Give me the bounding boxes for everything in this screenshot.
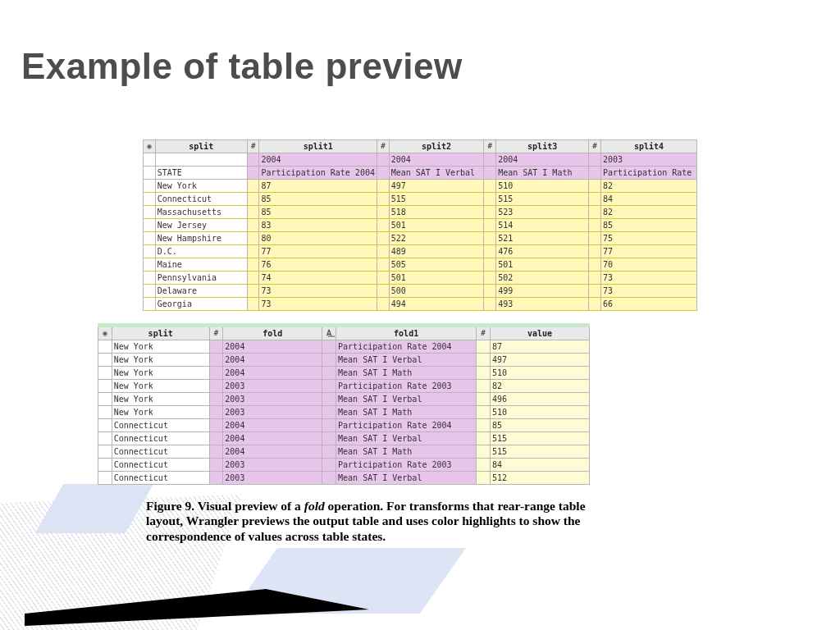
- cell: 518: [389, 206, 484, 219]
- caption-italic: fold: [304, 499, 325, 513]
- cell-split: New York: [112, 354, 209, 367]
- cell-fold1: Participation Rate 2004: [336, 419, 477, 432]
- cell-fold: 2004: [223, 419, 322, 432]
- cell-fold: 2003: [223, 459, 322, 472]
- cell: 501: [389, 219, 484, 232]
- cell: 510: [496, 180, 589, 193]
- cell: 75: [600, 232, 696, 245]
- cell: Mean SAT I Verbal: [389, 167, 484, 180]
- table-row: New York8749751082: [144, 180, 697, 193]
- table-row: New York2003Mean SAT I Math510: [98, 406, 590, 419]
- cell-fold1: Mean SAT I Math: [336, 445, 477, 459]
- cell-value: 496: [490, 393, 589, 406]
- cell: 77: [600, 245, 696, 258]
- cell-split: Massachusetts: [155, 206, 247, 219]
- cell-fold1: Mean SAT I Verbal: [336, 472, 477, 485]
- type-number-icon: #: [247, 140, 259, 153]
- cell-value: 515: [490, 445, 589, 459]
- col-header-split: split: [155, 140, 247, 153]
- table-before-fold: ◉split#split1#split2#split3#split4200420…: [143, 139, 697, 311]
- cell: 501: [496, 258, 589, 272]
- cell-split: Pennsylvania: [155, 272, 247, 285]
- table-row: Connecticut8551551584: [144, 193, 697, 206]
- cell-split: New York: [155, 180, 247, 193]
- cell-split: New York: [112, 393, 209, 406]
- cell: 499: [496, 285, 589, 298]
- cell-fold1: Mean SAT I Math: [336, 406, 477, 419]
- cell-value: 87: [490, 340, 589, 354]
- type-number-icon: #: [477, 326, 491, 340]
- cell-fold: 2004: [223, 367, 322, 380]
- cell: 73: [259, 298, 377, 311]
- cell-split: New York: [112, 380, 209, 393]
- cell: 500: [389, 285, 484, 298]
- cell-fold1: Participation Rate 2003: [336, 459, 477, 472]
- table-row: 2004200420042003: [144, 153, 697, 167]
- cell-fold: 2004: [223, 354, 322, 367]
- cell: 522: [389, 232, 484, 245]
- cell-split: Delaware: [155, 285, 247, 298]
- table-row: New York2003Mean SAT I Verbal496: [98, 393, 590, 406]
- cell: 502: [496, 272, 589, 285]
- cell: 497: [389, 180, 484, 193]
- cell: 85: [259, 193, 377, 206]
- col-header-split: split: [112, 326, 209, 340]
- cell-value: 82: [490, 380, 589, 393]
- cell: 80: [259, 232, 377, 245]
- cell: 66: [600, 298, 696, 311]
- cell-fold1: Participation Rate 2004: [336, 340, 477, 354]
- cell: 523: [496, 206, 589, 219]
- cell-split: Connecticut: [112, 432, 209, 445]
- cell: 73: [600, 285, 696, 298]
- cell-split: Maine: [155, 258, 247, 272]
- col-header-split4: split4: [600, 140, 696, 153]
- cell: 73: [600, 272, 696, 285]
- type-number-icon: #: [209, 326, 223, 340]
- table-row: Maine7650550170: [144, 258, 697, 272]
- type-number-icon: #: [377, 140, 389, 153]
- table-row: Connecticut2004Participation Rate 200485: [98, 419, 590, 432]
- table-row: New Hampshire8052252175: [144, 232, 697, 245]
- cell-fold: 2004: [223, 340, 322, 354]
- cell: 87: [259, 180, 377, 193]
- table-row: Massachusetts8551852382: [144, 206, 697, 219]
- cell-fold: 2003: [223, 472, 322, 485]
- cell-split: New York: [112, 340, 209, 354]
- cell: 85: [259, 206, 377, 219]
- cell-value: 512: [490, 472, 589, 485]
- cell: 84: [600, 193, 696, 206]
- caption-lead: Figure 9. Visual preview of a: [146, 499, 304, 513]
- table-row: Georgia7349449366: [144, 298, 697, 311]
- cell-split: Connecticut: [112, 459, 209, 472]
- cell-fold1: Participation Rate 2003: [336, 380, 477, 393]
- cell-value: 497: [490, 354, 589, 367]
- cell-value: 84: [490, 459, 589, 472]
- row-toggle-icon: ◉: [144, 140, 156, 153]
- table-row: New York2004Mean SAT I Verbal497: [98, 354, 590, 367]
- col-header-split2: split2: [389, 140, 484, 153]
- cell: 494: [389, 298, 484, 311]
- cell: 2004: [496, 153, 589, 167]
- cell: 514: [496, 219, 589, 232]
- cell: 82: [600, 206, 696, 219]
- figure-caption: Figure 9. Visual preview of a fold opera…: [146, 499, 623, 544]
- cell-split: Connecticut: [112, 472, 209, 485]
- cell-split: STATE: [155, 167, 247, 180]
- table-row: Connecticut2004Mean SAT I Verbal515: [98, 432, 590, 445]
- cell-fold: 2004: [223, 432, 322, 445]
- cell: Mean SAT I Math: [496, 167, 589, 180]
- table-row: New York2003Participation Rate 200382: [98, 380, 590, 393]
- cell: 2004: [389, 153, 484, 167]
- table-row: Connecticut2003Mean SAT I Verbal512: [98, 472, 590, 485]
- cell-fold1: Mean SAT I Verbal: [336, 393, 477, 406]
- cell-fold: 2003: [223, 380, 322, 393]
- table-row: New Jersey8350151485: [144, 219, 697, 232]
- cell-value: 510: [490, 406, 589, 419]
- cell: 493: [496, 298, 589, 311]
- table-row: Pennsylvania7450150273: [144, 272, 697, 285]
- col-header-value: value: [490, 326, 589, 340]
- cell: 515: [496, 193, 589, 206]
- cell: 2004: [259, 153, 377, 167]
- type-number-icon: #: [589, 140, 601, 153]
- cell: Participation Rate 2004: [259, 167, 377, 180]
